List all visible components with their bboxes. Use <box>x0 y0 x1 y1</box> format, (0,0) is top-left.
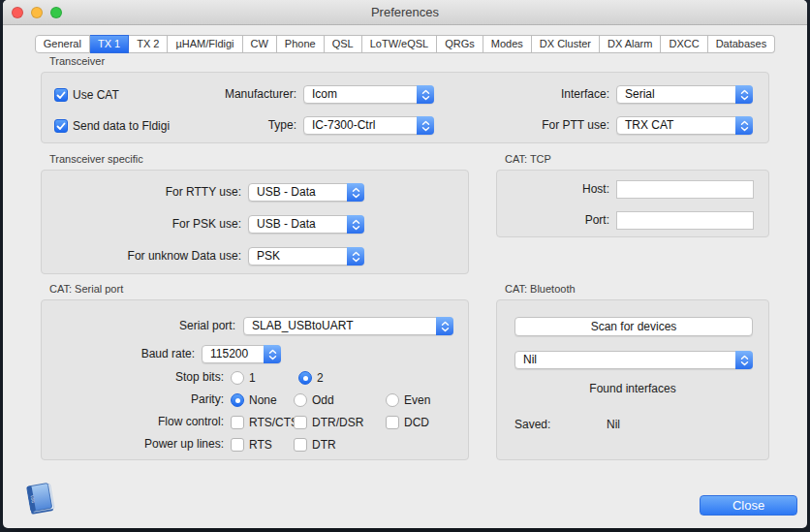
window-controls <box>12 7 62 18</box>
stop-bits-1-radio[interactable]: 1 <box>231 368 256 388</box>
checkbox-icon <box>231 438 244 452</box>
parity-even-radio[interactable]: Even <box>386 391 430 410</box>
tab-dx-alarm[interactable]: DX Alarm <box>600 35 661 53</box>
parity-odd-label: Odd <box>312 393 334 407</box>
tab-modes[interactable]: Modes <box>483 35 532 53</box>
tab-cw[interactable]: CW <box>243 35 277 53</box>
checkbox-icon <box>386 416 399 429</box>
tab-tx2[interactable]: TX 2 <box>129 35 168 53</box>
type-value: IC-7300-Ctrl <box>304 117 417 134</box>
checkbox-icon <box>54 119 68 133</box>
interface-value: Serial <box>617 86 735 103</box>
tab-tx1[interactable]: TX 1 <box>90 35 129 53</box>
found-interfaces-value: Nil <box>515 352 735 368</box>
dropdown-arrows-icon <box>417 116 434 135</box>
tab-phone[interactable]: Phone <box>277 35 325 53</box>
type-select[interactable]: IC-7300-Ctrl <box>303 116 434 135</box>
serial-port-select[interactable]: SLAB_USBtoUART <box>243 317 453 335</box>
checkbox-icon <box>54 88 68 102</box>
transceiver-specific-group: Transceiver specific For RTTY use: USB -… <box>41 153 469 274</box>
power-up-dtr-label: DTR <box>312 438 336 452</box>
serial-port-value: SLAB_USBtoUART <box>244 318 436 334</box>
close-window-icon[interactable] <box>12 7 23 18</box>
dropdown-arrows-icon <box>347 247 364 266</box>
for-ptt-use-label: For PTT use: <box>507 116 609 136</box>
interface-select[interactable]: Serial <box>616 85 753 104</box>
parity-none-label: None <box>249 393 277 407</box>
tab-dxcc[interactable]: DXCC <box>661 35 707 53</box>
for-ptt-use-value: TRX CAT <box>617 117 735 134</box>
flow-control-dtr-dsr-label: DTR/DSR <box>312 416 363 429</box>
cat-serial-port-group-title: CAT: Serial port <box>49 283 469 296</box>
for-rtty-use-select[interactable]: USB - Data <box>248 183 364 202</box>
parity-even-label: Even <box>404 393 430 407</box>
cat-bluetooth-group-title: CAT: Bluetooth <box>505 283 769 296</box>
tab-lotw-eqsl[interactable]: LoTW/eQSL <box>362 35 438 53</box>
for-ptt-use-select[interactable]: TRX CAT <box>616 116 753 135</box>
tab-qrgs[interactable]: QRGs <box>437 35 483 53</box>
use-cat-checkbox[interactable]: Use CAT <box>54 85 119 105</box>
power-up-dtr-checkbox[interactable]: DTR <box>294 435 336 454</box>
port-label: Port: <box>536 211 609 231</box>
scan-for-devices-button[interactable]: Scan for devices <box>514 317 753 336</box>
for-rtty-use-label: For RTTY use: <box>47 183 241 203</box>
cat-serial-port-group: CAT: Serial port Serial port: SLAB_USBto… <box>41 283 469 460</box>
dropdown-arrows-icon <box>347 183 364 202</box>
type-label: Type: <box>158 116 296 136</box>
dropdown-arrows-icon <box>347 215 364 234</box>
for-psk-use-select[interactable]: USB - Data <box>248 215 364 234</box>
cat-tcp-group: CAT: TCP Host: Port: <box>496 153 769 237</box>
cat-bluetooth-group: CAT: Bluetooth Scan for devices Nil Foun… <box>496 283 769 460</box>
for-psk-use-value: USB - Data <box>249 216 347 233</box>
flow-control-rts-cts-checkbox[interactable]: RTS/CTS <box>231 413 298 432</box>
tab-qsl[interactable]: QSL <box>325 35 362 53</box>
stop-bits-1-label: 1 <box>249 371 256 385</box>
port-input[interactable] <box>616 211 754 230</box>
found-interfaces-caption: Found interfaces <box>497 380 768 399</box>
radio-icon <box>231 371 244 385</box>
saved-value: Nil <box>607 416 620 435</box>
dropdown-arrows-icon <box>735 116 753 135</box>
transceiver-group: Transceiver Use CAT Manufacturer: Icom I… <box>41 55 769 143</box>
radio-icon <box>231 393 244 407</box>
zoom-window-icon[interactable] <box>50 7 62 18</box>
dropdown-arrows-icon <box>417 85 434 104</box>
for-unknown-data-use-select[interactable]: PSK <box>248 247 364 266</box>
parity-none-radio[interactable]: None <box>231 391 277 410</box>
for-unknown-data-use-value: PSK <box>249 248 347 265</box>
power-up-rts-checkbox[interactable]: RTS <box>231 435 272 454</box>
title-bar: Preferences <box>3 0 807 25</box>
manufacturer-select[interactable]: Icom <box>303 85 434 104</box>
for-unknown-data-use-label: For unknow Data use: <box>47 247 241 266</box>
tab-uham-fldigi[interactable]: µHAM/Fldigi <box>168 35 242 53</box>
checkbox-icon <box>294 438 307 452</box>
saved-label: Saved: <box>514 416 550 435</box>
log-book-icon: LOG <box>24 481 57 517</box>
serial-port-label: Serial port: <box>42 317 235 336</box>
preferences-window: Preferences General TX 1 TX 2 µHAM/Fldig… <box>3 0 807 528</box>
stop-bits-2-label: 2 <box>317 371 324 385</box>
found-interfaces-select[interactable]: Nil <box>514 351 753 369</box>
dropdown-arrows-icon <box>264 345 281 363</box>
baud-rate-select[interactable]: 115200 <box>202 345 281 363</box>
flow-control-dtr-dsr-checkbox[interactable]: DTR/DSR <box>294 413 363 432</box>
checkbox-icon <box>231 416 244 429</box>
parity-odd-radio[interactable]: Odd <box>294 391 334 410</box>
stop-bits-2-radio[interactable]: 2 <box>298 368 324 388</box>
manufacturer-value: Icom <box>304 86 417 103</box>
flow-control-label: Flow control: <box>42 413 224 432</box>
tab-general[interactable]: General <box>35 35 90 53</box>
transceiver-specific-group-title: Transceiver specific <box>49 153 469 166</box>
close-button[interactable]: Close <box>700 495 797 516</box>
send-data-to-fldigi-checkbox[interactable]: Send data to Fldigi <box>54 116 170 136</box>
power-up-lines-label: Power up lines: <box>42 435 224 454</box>
tab-databases[interactable]: Databases <box>708 35 776 53</box>
minimize-window-icon[interactable] <box>31 7 43 18</box>
radio-icon <box>294 393 307 407</box>
flow-control-dcd-checkbox[interactable]: DCD <box>386 413 429 432</box>
dropdown-arrows-icon <box>735 85 753 104</box>
host-input[interactable] <box>616 180 754 199</box>
tab-dx-cluster[interactable]: DX Cluster <box>532 35 600 53</box>
baud-rate-label: Baud rate: <box>42 345 195 364</box>
baud-rate-value: 115200 <box>202 346 264 362</box>
